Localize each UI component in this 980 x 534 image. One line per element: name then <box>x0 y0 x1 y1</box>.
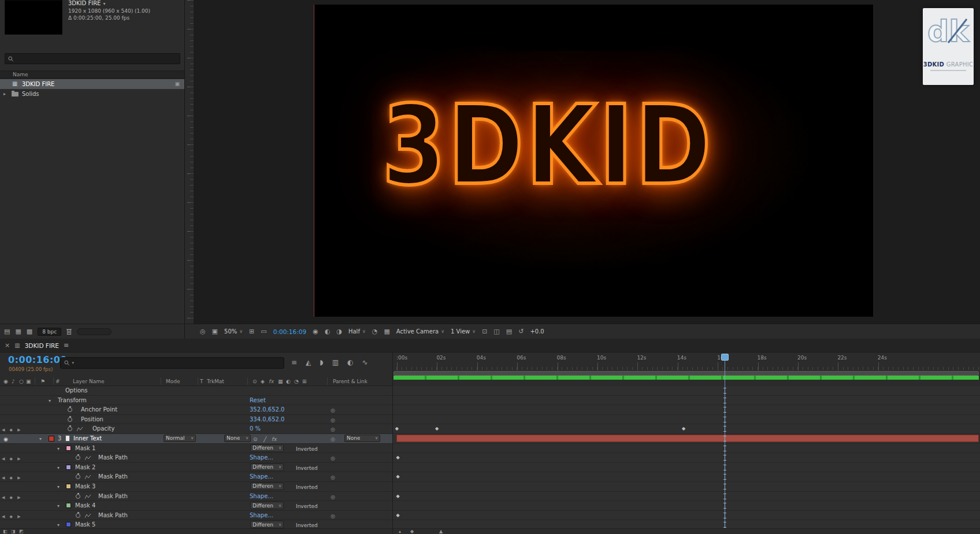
project-search-input[interactable] <box>16 55 177 62</box>
trkmat-dropdown[interactable]: None∨ <box>224 435 251 442</box>
keyframe-diamond[interactable]: ◆ <box>396 455 400 460</box>
mask-inverted-checkbox[interactable]: Inverted <box>296 446 318 452</box>
stopwatch-icon[interactable] <box>76 513 80 518</box>
property-label[interactable]: Mask Path <box>98 474 128 480</box>
resolution-dropdown[interactable]: Half∨ <box>348 328 366 335</box>
column-layer-name[interactable]: Layer Name <box>73 379 105 384</box>
expand-inout-controls-icon[interactable]: ◨ <box>11 529 16 534</box>
row-outline[interactable]: ◀ ◆ ▶Mask PathShape...◎ <box>0 472 393 482</box>
pickwhip-icon[interactable]: ◎ <box>331 494 335 500</box>
property-value[interactable]: 334.0,652.0 <box>250 417 284 422</box>
keyframe-nav[interactable]: ◀ ◆ ▶ <box>2 456 23 462</box>
row-outline[interactable]: Position334.0,652.0◎ <box>0 415 393 425</box>
graph-icon[interactable] <box>77 427 83 432</box>
property-label[interactable]: Anchor Point <box>81 407 117 413</box>
grid-guides-icon[interactable]: ⊞ <box>249 328 254 335</box>
timeline-button-icon[interactable]: ◫ <box>493 328 499 335</box>
row-outline[interactable]: ▾TransformReset <box>0 396 393 406</box>
transparency-grid-icon[interactable]: ▦ <box>384 328 389 335</box>
timeline-row-mask-path[interactable]: ◀ ◆ ▶Mask PathShape...◎◆ <box>0 453 980 463</box>
zoom-in-mountain-icon[interactable]: ▲ <box>439 529 443 534</box>
row-track[interactable]: ◆ <box>393 453 980 463</box>
project-item-title[interactable]: 3DKID FIRE▾ <box>68 0 150 6</box>
property-label[interactable]: Mask Path <box>98 494 128 499</box>
hide-shy-layers-icon[interactable]: ◗ <box>320 358 323 366</box>
show-snapshot-icon[interactable]: ◐ <box>325 328 331 335</box>
row-track[interactable] <box>393 434 980 444</box>
row-track[interactable]: ◆ <box>393 472 980 482</box>
timeline-row-transform[interactable]: ▾TransformReset <box>0 396 980 406</box>
new-folder-icon[interactable]: ▦ <box>15 328 21 335</box>
screen-mode-icon[interactable]: ▣ <box>212 328 218 335</box>
mask-label[interactable]: Mask 2 <box>75 465 95 470</box>
twirl-icon[interactable]: ▾ <box>57 522 60 528</box>
zoom-slider-icon[interactable]: ◆ <box>410 529 414 534</box>
column-trkmat[interactable]: TrkMat <box>207 379 224 384</box>
timeline-row-opacity[interactable]: ◀ ◆ ▶Opacity0 %◎◆◆◆ <box>0 424 980 434</box>
timeline-row-mask-path[interactable]: ◀ ◆ ▶Mask PathShape...◎◆ <box>0 511 980 521</box>
property-label[interactable]: Mask Path <box>98 513 128 518</box>
timeline-row-mask-5[interactable]: ▾Mask 5Differen∨Inverted <box>0 520 980 528</box>
composition-canvas[interactable]: 3DKID <box>314 5 873 317</box>
timeline-row-mask-4[interactable]: ▾Mask 4Differen∨Inverted <box>0 501 980 511</box>
current-time-display[interactable]: 0:00:16:09 <box>8 354 67 365</box>
mask-label[interactable]: Mask 5 <box>75 522 95 528</box>
audio-column-icon[interactable]: ♪ <box>12 379 15 384</box>
twirl-icon[interactable]: ▾ <box>49 398 51 404</box>
exposure-reset-icon[interactable]: ↺ <box>518 328 524 335</box>
layer-mode-dropdown[interactable]: Normal∨ <box>164 435 196 442</box>
twirl-icon[interactable]: ▾ <box>57 465 60 471</box>
new-composition-icon[interactable]: ▩ <box>27 328 32 335</box>
property-label[interactable]: Opacity <box>92 426 114 432</box>
graph-editor-icon[interactable]: ∿ <box>362 358 368 366</box>
graph-icon[interactable] <box>85 494 91 499</box>
timeline-row-mask-path[interactable]: ◀ ◆ ▶Mask PathShape...◎◆ <box>0 492 980 502</box>
column-mode[interactable]: Mode <box>166 379 180 384</box>
timeline-row-mask-2[interactable]: ▾Mask 2Differen∨Inverted <box>0 463 980 473</box>
keyframe-diamond[interactable]: ◆ <box>396 494 400 499</box>
project-column-header[interactable]: Name <box>0 71 184 79</box>
row-track[interactable]: ◆◆◆ <box>393 424 980 434</box>
mask-inverted-checkbox[interactable]: Inverted <box>296 484 318 490</box>
time-ruler[interactable]: :00s02s04s06s08s10s12s14s16s18s20s22s24s <box>393 353 980 371</box>
property-value[interactable]: 352.0,652.0 <box>250 407 284 413</box>
stopwatch-icon[interactable] <box>76 474 80 479</box>
row-track[interactable] <box>393 444 980 454</box>
row-outline[interactable]: ◀ ◆ ▶Opacity0 %◎ <box>0 424 393 434</box>
property-value[interactable]: Reset <box>250 398 266 403</box>
row-track[interactable] <box>393 386 980 396</box>
motion-blur-icon[interactable]: ◐ <box>347 358 353 366</box>
mask-inverted-checkbox[interactable]: Inverted <box>296 522 318 528</box>
twirl-icon[interactable]: ▾ <box>57 484 60 490</box>
group-label[interactable]: Options <box>65 388 88 394</box>
timeline-row-anchor-point[interactable]: Anchor Point352.0,652.0◎ <box>0 405 980 415</box>
keyframe-nav[interactable]: ◀ ◆ ▶ <box>2 495 23 500</box>
current-time-indicator-head[interactable] <box>721 354 729 361</box>
row-track[interactable] <box>393 520 980 528</box>
video-column-icon[interactable]: ◉ <box>3 379 8 384</box>
pickwhip-icon[interactable]: ◎ <box>331 474 335 480</box>
row-track[interactable]: ◆ <box>393 492 980 502</box>
row-outline[interactable]: Options <box>0 386 393 396</box>
project-item-solids[interactable]: ▸Solids <box>0 89 184 99</box>
quality-switch-icon[interactable]: ╱ <box>263 436 266 442</box>
effects-switch-icon[interactable]: fx <box>272 436 277 442</box>
row-track[interactable] <box>393 482 980 492</box>
row-track[interactable] <box>393 396 980 406</box>
panel-menu-icon[interactable]: ≡ <box>64 342 69 349</box>
mask-inverted-checkbox[interactable]: Inverted <box>296 503 318 509</box>
close-icon[interactable]: × <box>5 342 10 349</box>
pickwhip-icon[interactable]: ◎ <box>331 455 335 461</box>
project-search[interactable] <box>5 53 180 64</box>
twirl-icon[interactable]: ▾ <box>57 503 60 509</box>
property-value[interactable]: 0 % <box>250 426 261 432</box>
keyframe-diamond[interactable]: ◆ <box>396 474 400 479</box>
mask-color-chip[interactable] <box>66 465 71 470</box>
pickwhip-icon[interactable]: ◎ <box>331 427 335 432</box>
fast-previews-icon[interactable]: ◔ <box>372 328 378 335</box>
mask-inverted-checkbox[interactable]: Inverted <box>296 465 318 471</box>
timeline-row-mask-1[interactable]: ▾Mask 1Differen∨Inverted <box>0 444 980 454</box>
comp-flowchart-icon[interactable]: ▤ <box>506 328 512 335</box>
project-item-3dkid-fire[interactable]: ▦3DKID FIRE▣ <box>0 79 184 89</box>
eye-icon[interactable]: ◉ <box>3 436 8 442</box>
